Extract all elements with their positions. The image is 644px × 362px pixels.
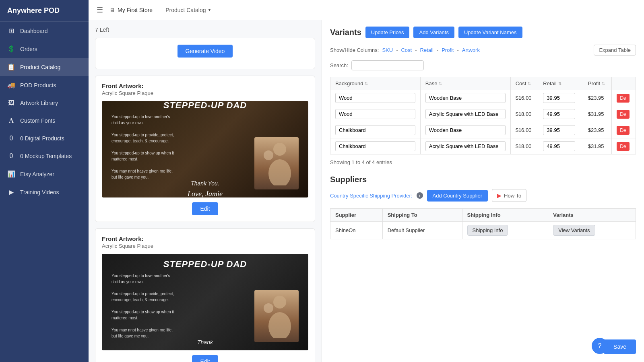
- retail-input-2[interactable]: [543, 109, 575, 119]
- how-to-button[interactable]: ▶ How To: [492, 189, 526, 202]
- variant-retail-2: [538, 106, 583, 122]
- search-label: Search:: [330, 62, 348, 68]
- sidebar-item-artwork-library[interactable]: 🖼 Artwork Library: [0, 94, 89, 112]
- add-country-supplier-button[interactable]: Add Country Supplier: [427, 190, 488, 202]
- help-bubble[interactable]: ?: [592, 338, 608, 354]
- variant-background-3: [330, 122, 421, 138]
- col-action: [612, 77, 636, 90]
- sidebar-item-orders[interactable]: 💲 Orders: [0, 40, 89, 58]
- artwork-main-title-2: STEPPED-UP DAD: [108, 259, 302, 269]
- sidebar-item-training-videos[interactable]: ▶ Training Videos: [0, 183, 89, 201]
- show-hide-columns-row: Show/Hide Columns: SKU - Cost - Retail -…: [330, 45, 636, 56]
- sep-2: -: [415, 47, 417, 53]
- sidebar-item-dashboard[interactable]: ⊞ Dashboard: [0, 22, 89, 40]
- shipping-to-value: Default Supplier: [382, 222, 462, 239]
- base-input-2[interactable]: [425, 109, 506, 119]
- info-icon[interactable]: i: [417, 192, 423, 199]
- artwork-library-icon: 🖼: [7, 99, 15, 107]
- sidebar-label-dashboard: Dashboard: [20, 28, 48, 34]
- view-variants-cell: View Variants: [548, 222, 636, 239]
- suppliers-table: Supplier Shipping To Shipping Info Varia…: [330, 208, 636, 239]
- retail-input-3[interactable]: [543, 125, 575, 135]
- how-to-label: How To: [504, 193, 521, 199]
- variant-profit-1: $23.95: [583, 90, 611, 106]
- person-silhouette-2: [260, 294, 293, 338]
- artwork-card-1-subtitle: Acrylic Square Plaque: [102, 90, 308, 96]
- sort-cost-icon[interactable]: ⇅: [528, 81, 531, 86]
- retail-input-4[interactable]: [543, 141, 575, 151]
- svg-point-1: [268, 159, 291, 185]
- variants-header: Variants Update Prices Add Variants Upda…: [330, 27, 636, 38]
- sidebar-label-artwork-library: Artwork Library: [20, 100, 58, 106]
- expand-table-button[interactable]: Expand Table: [594, 45, 636, 56]
- delete-button-4[interactable]: De: [617, 142, 629, 151]
- add-variants-button[interactable]: Add Variants: [413, 27, 454, 38]
- sort-retail-icon[interactable]: ⇅: [558, 81, 561, 86]
- column-cost-link[interactable]: Cost: [401, 47, 412, 53]
- sidebar-label-training-videos: Training Videos: [20, 189, 59, 195]
- etsy-analyzer-icon: 📊: [7, 170, 15, 178]
- column-profit-link[interactable]: Profit: [442, 47, 454, 53]
- edit-button-1[interactable]: Edit: [192, 202, 218, 215]
- column-retail-link[interactable]: Retail: [420, 47, 433, 53]
- background-input-2[interactable]: [335, 109, 415, 119]
- sort-profit-icon[interactable]: ⇅: [602, 81, 605, 86]
- background-input-3[interactable]: [335, 125, 415, 135]
- col-supplier: Supplier: [330, 209, 383, 222]
- variant-background-1: [330, 90, 421, 106]
- artwork-photo-1: [254, 137, 299, 189]
- sidebar-item-product-catalog[interactable]: 📋 Product Catalog: [0, 58, 89, 76]
- store-label: My First Store: [118, 7, 153, 13]
- update-prices-button[interactable]: Update Prices: [365, 27, 410, 38]
- catalog-dropdown[interactable]: Product Catalog ▼: [165, 7, 211, 13]
- delete-button-1[interactable]: De: [617, 94, 629, 103]
- variants-title: Variants: [330, 28, 361, 37]
- col-base: Base ⇅: [420, 77, 510, 90]
- view-variants-button[interactable]: View Variants: [553, 225, 595, 236]
- mockup-templates-icon: 0: [7, 152, 15, 160]
- background-input-1[interactable]: [335, 93, 415, 103]
- background-input-4[interactable]: [335, 141, 415, 151]
- delete-button-2[interactable]: De: [617, 110, 629, 119]
- base-input-4[interactable]: [425, 141, 506, 151]
- sort-background-icon[interactable]: ⇅: [365, 81, 368, 86]
- suppliers-title: Suppliers: [330, 175, 636, 184]
- variant-de-4: De: [612, 138, 636, 154]
- sidebar-item-pod-products[interactable]: 🚚 POD Products: [0, 76, 89, 94]
- generate-video-button[interactable]: Generate Video: [178, 45, 233, 58]
- orders-icon: 💲: [7, 45, 15, 53]
- artwork-card-1-title: Front Artwork:: [102, 82, 308, 89]
- variant-retail-1: [538, 90, 583, 106]
- sidebar-item-etsy-analyzer[interactable]: 📊 Etsy Analyzer: [0, 165, 89, 183]
- edit-button-2[interactable]: Edit: [192, 355, 218, 362]
- sidebar-item-mockup-templates[interactable]: 0 0 Mockup Templates: [0, 147, 89, 165]
- sidebar-label-product-catalog: Product Catalog: [20, 64, 60, 70]
- sidebar-label-mockup-templates: 0 Mockup Templates: [20, 153, 72, 159]
- delete-button-3[interactable]: De: [617, 126, 629, 135]
- app-logo: Anywhere POD: [0, 0, 89, 22]
- left-panel: 7 Left Generate Video Front Artwork: Acr…: [89, 20, 322, 362]
- sidebar-label-etsy-analyzer: Etsy Analyzer: [20, 171, 54, 177]
- artwork-card-2-subtitle: Acrylic Square Plaque: [102, 243, 308, 249]
- pod-products-icon: 🚚: [7, 81, 15, 89]
- shipping-info-button[interactable]: Shipping Info: [467, 225, 508, 236]
- store-name: 🖥 My First Store: [109, 7, 153, 13]
- base-input-1[interactable]: [425, 93, 506, 103]
- col-variants: Variants: [548, 209, 636, 222]
- column-artwork-link[interactable]: Artwork: [462, 47, 480, 53]
- sort-base-icon[interactable]: ⇅: [439, 81, 442, 86]
- retail-input-1[interactable]: [543, 93, 575, 103]
- artwork-body-2: You stepped-up to love another's child a…: [111, 273, 176, 339]
- country-supplier-label[interactable]: Country Specific Shipping Provider:: [330, 193, 413, 199]
- sidebar-item-custom-fonts[interactable]: A Custom Fonts: [0, 112, 89, 130]
- col-profit: Profit ⇅: [583, 77, 611, 90]
- sidebar-item-digital-products[interactable]: 0 0 Digital Products: [0, 130, 89, 147]
- column-sku-link[interactable]: SKU: [382, 47, 393, 53]
- update-variant-names-button[interactable]: Update Variant Names: [458, 27, 522, 38]
- menu-icon[interactable]: ☰: [97, 6, 103, 14]
- save-button[interactable]: Save: [604, 339, 636, 354]
- base-input-3[interactable]: [425, 125, 506, 135]
- col-retail: Retail ⇅: [538, 77, 583, 90]
- training-videos-icon: ▶: [7, 188, 15, 196]
- search-input[interactable]: [351, 60, 424, 70]
